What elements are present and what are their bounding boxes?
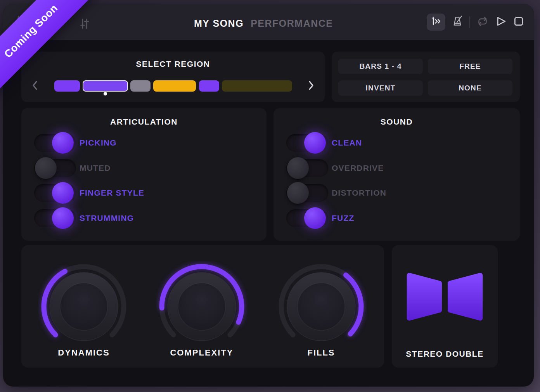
toggle-knob <box>52 182 74 204</box>
dynamics-knob[interactable] <box>38 261 130 352</box>
fills-knob[interactable] <box>275 261 367 352</box>
toggle-row-clean: CLEAN <box>273 134 520 152</box>
toggle-label: MUTED <box>80 159 111 177</box>
sound-title: SOUND <box>273 117 520 127</box>
toggle-label: OVERDRIVE <box>332 159 384 177</box>
muted-toggle[interactable] <box>34 159 76 177</box>
performance-knobs-panel: DYNAMICS COMPLEXITY FILLS <box>21 245 384 368</box>
stereo-double-panel: STEREO DOUBLE <box>392 245 498 368</box>
fills-label: FILLS <box>275 348 367 358</box>
toggle-row-picking: PICKING <box>21 134 267 152</box>
toggle-row-overdrive: OVERDRIVE <box>273 159 520 177</box>
toggle-knob <box>304 132 326 154</box>
metronome-button[interactable] <box>451 15 464 29</box>
stereo-double-icon <box>405 316 485 322</box>
mixer-sliders-icon <box>79 18 90 31</box>
loop-button[interactable] <box>476 16 489 28</box>
strumming-toggle[interactable] <box>34 209 76 227</box>
overdrive-toggle[interactable] <box>286 159 328 177</box>
toggle-knob <box>287 157 309 179</box>
invent-button[interactable]: INVENT <box>338 80 423 96</box>
region-block[interactable] <box>54 80 80 92</box>
loop-icon <box>476 16 489 28</box>
region-block[interactable] <box>153 80 196 92</box>
picking-toggle[interactable] <box>34 134 76 152</box>
complexity-label: COMPLEXITY <box>156 348 248 358</box>
toggle-label: STRUMMING <box>80 209 134 227</box>
complexity-knob[interactable] <box>156 261 248 352</box>
toggle-row-strumming: STRUMMING <box>21 209 267 227</box>
toggle-knob <box>52 132 74 154</box>
fuzz-toggle[interactable] <box>286 209 328 227</box>
stop-icon <box>513 16 524 28</box>
follow-playhead-button[interactable] <box>427 14 445 31</box>
transport-controls <box>427 4 524 40</box>
toggle-label: DISTORTION <box>332 184 386 202</box>
dynamics-label: DYNAMICS <box>38 348 130 358</box>
select-region-title: SELECT REGION <box>21 59 325 69</box>
toggle-label: FUZZ <box>332 209 354 227</box>
region-block[interactable] <box>222 80 292 92</box>
toggle-knob <box>52 207 74 229</box>
plugin-window: MY SONG PERFORMANCE <box>3 4 534 387</box>
toolbar-divider <box>469 16 470 28</box>
play-icon <box>495 16 507 28</box>
region-next-button[interactable] <box>308 80 315 92</box>
region-block[interactable] <box>130 80 151 92</box>
region-selected-dot <box>104 92 107 95</box>
finger-style-toggle[interactable] <box>34 184 76 202</box>
toggle-row-muted: MUTED <box>21 159 267 177</box>
chevron-right-icon <box>308 86 315 92</box>
stereo-double-label: STEREO DOUBLE <box>392 349 498 359</box>
toggle-knob <box>304 207 326 229</box>
stop-button[interactable] <box>513 16 524 28</box>
region-block-selected[interactable] <box>83 80 128 92</box>
none-button[interactable]: NONE <box>428 80 512 96</box>
articulation-panel: ARTICULATION PICKING MUTED FINGER STYLE … <box>21 108 267 241</box>
distortion-toggle[interactable] <box>286 184 328 202</box>
stereo-double-button[interactable] <box>405 272 485 323</box>
follow-playhead-icon <box>431 16 441 28</box>
clean-toggle[interactable] <box>286 134 328 152</box>
mode-panel: BARS 1 - 4 FREE INVENT NONE <box>332 52 520 102</box>
toggle-knob <box>287 182 309 204</box>
toggle-label: FINGER STYLE <box>80 184 144 202</box>
sound-panel: SOUND CLEAN OVERDRIVE DISTORTION FUZZ <box>273 108 520 241</box>
toggle-row-finger-style: FINGER STYLE <box>21 184 267 202</box>
toggle-row-distortion: DISTORTION <box>273 184 520 202</box>
toggle-row-fuzz: FUZZ <box>273 209 520 227</box>
bars-range-button[interactable]: BARS 1 - 4 <box>338 59 423 74</box>
toggle-knob <box>35 157 57 179</box>
top-bar: MY SONG PERFORMANCE <box>3 4 534 40</box>
region-strip <box>21 80 325 92</box>
song-title: MY SONG <box>194 18 244 29</box>
play-button[interactable] <box>495 16 507 28</box>
articulation-title: ARTICULATION <box>21 117 267 127</box>
view-title: PERFORMANCE <box>251 18 333 29</box>
select-region-panel: SELECT REGION <box>21 52 325 102</box>
title-bar: MY SONG PERFORMANCE <box>194 18 333 29</box>
metronome-icon <box>451 15 464 29</box>
region-block[interactable] <box>199 80 219 92</box>
toggle-label: PICKING <box>80 134 117 152</box>
free-button[interactable]: FREE <box>428 59 512 74</box>
toggle-label: CLEAN <box>332 134 362 152</box>
